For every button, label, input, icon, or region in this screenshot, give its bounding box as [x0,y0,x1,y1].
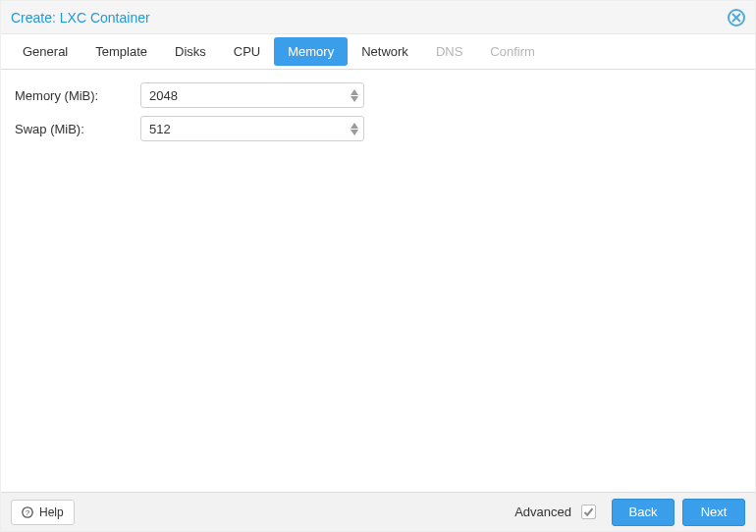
next-button[interactable]: Next [682,499,745,526]
chevron-up-icon [351,123,358,129]
close-icon [731,13,741,23]
memory-input-wrapper [140,82,364,108]
tab-template[interactable]: Template [81,37,161,66]
wizard-tabs: General Template Disks CPU Memory Networ… [1,34,755,70]
memory-input[interactable] [141,88,346,103]
svg-marker-3 [351,96,358,102]
dialog-title: Create: LXC Container [11,10,728,26]
help-icon: ? [22,506,33,518]
chevron-down-icon [351,96,358,102]
swap-stepper[interactable] [346,117,363,140]
tab-confirm: Confirm [476,37,549,66]
tab-network[interactable]: Network [348,37,422,66]
tab-dns: DNS [422,37,476,66]
swap-input-wrapper [140,116,364,141]
swap-input[interactable] [141,122,346,136]
memory-row: Memory (MiB): [15,81,741,109]
back-button[interactable]: Back [612,499,675,526]
chevron-down-icon [351,130,358,135]
form-body: Memory (MiB): Swap (MiB): [1,70,755,492]
svg-marker-2 [351,89,358,95]
tab-memory[interactable]: Memory [274,37,348,66]
tab-cpu[interactable]: CPU [220,37,274,66]
chevron-up-icon [351,89,358,95]
help-button[interactable]: ? Help [11,500,75,525]
svg-marker-5 [351,130,358,135]
footer: ? Help Advanced Back Next [1,492,755,531]
create-lxc-container-dialog: Create: LXC Container General Template D… [0,0,756,532]
memory-stepper[interactable] [346,83,363,107]
help-label: Help [39,505,64,519]
advanced-checkbox[interactable] [581,505,596,519]
close-button[interactable] [728,9,745,27]
memory-label: Memory (MiB): [15,88,140,103]
advanced-label: Advanced [514,505,571,519]
titlebar: Create: LXC Container [1,1,755,34]
tab-general[interactable]: General [9,37,81,66]
check-icon [583,506,594,517]
swap-row: Swap (MiB): [15,115,741,142]
tab-disks[interactable]: Disks [161,37,220,66]
svg-marker-4 [351,123,358,129]
swap-label: Swap (MiB): [15,122,140,136]
svg-text:?: ? [26,508,30,517]
